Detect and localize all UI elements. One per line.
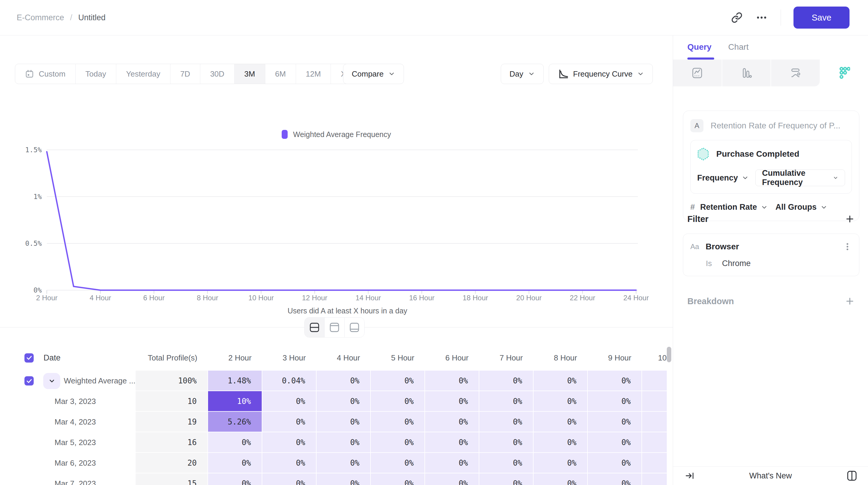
value-cell: 0%	[371, 412, 425, 432]
collapse-sidebar-icon[interactable]	[684, 471, 695, 481]
share-link-icon[interactable]	[731, 12, 743, 23]
chevron-down-icon	[528, 70, 535, 77]
total-profiles-cell: 10	[135, 391, 208, 412]
tab-query[interactable]: Query	[687, 42, 712, 52]
save-button[interactable]: Save	[794, 6, 849, 29]
value-cell: 0%	[371, 453, 425, 474]
query-sidebar: Query Chart A Retention Rate of Frequenc…	[673, 35, 868, 485]
value-cell: 0%	[479, 391, 533, 412]
report-type-frequency[interactable]	[820, 60, 868, 87]
date-cell: Mar 4, 2023	[0, 412, 135, 432]
x-axis-title: Users did A at least X hours in a day	[288, 306, 407, 315]
frequency-dots-icon	[838, 66, 850, 79]
metric-dropdown[interactable]: Retention Rate	[700, 202, 768, 212]
range-button-12m[interactable]: 12M	[296, 64, 331, 84]
row-checkbox[interactable]	[25, 376, 34, 386]
breadcrumb: E-Commerce / Untitled	[17, 0, 105, 35]
value-cell: 0%	[371, 391, 425, 412]
table-vertical-scrollbar[interactable]	[667, 347, 671, 362]
breadcrumb-project[interactable]: E-Commerce	[17, 13, 64, 22]
header-9-hour[interactable]: 9 Hour	[588, 353, 642, 362]
range-button-custom[interactable]: Custom	[15, 64, 76, 84]
add-breakdown-button[interactable]	[845, 296, 855, 306]
value-cell: 0%	[371, 432, 425, 453]
filter-menu-icon[interactable]	[843, 241, 852, 252]
x-axis-label: 18 Hour	[463, 294, 488, 302]
report-type-funnels[interactable]	[722, 60, 771, 87]
range-button-30d[interactable]: 30D	[200, 64, 235, 84]
range-button-7d[interactable]: 7D	[170, 64, 200, 84]
view-type-button[interactable]: Frequency Curve	[549, 64, 653, 84]
frequency-curve-icon	[557, 68, 569, 79]
value-cell: 0%	[262, 432, 316, 453]
event-row: Purchase Completed	[697, 148, 845, 161]
range-button-6m[interactable]: 6M	[265, 64, 296, 84]
add-filter-button[interactable]	[845, 214, 855, 224]
filter-value[interactable]: Chrome	[722, 259, 750, 268]
filter-property-row: Aa Browser	[690, 241, 852, 252]
value-cell: 0%	[371, 370, 425, 391]
value-cell: 0%	[588, 412, 642, 432]
range-button-3m[interactable]: 3M	[235, 64, 265, 84]
value-cell: 0%	[208, 432, 262, 453]
value-cell: 0%	[425, 391, 479, 412]
header-4-hour[interactable]: 4 Hour	[316, 353, 371, 362]
compare-button[interactable]: Compare	[343, 64, 404, 84]
event-card[interactable]: Purchase Completed Frequency Cumulative …	[690, 140, 852, 194]
x-axis-label: 4 Hour	[90, 294, 111, 302]
value-cell: 0%	[316, 474, 371, 485]
value-cell: 0%	[588, 391, 642, 412]
layout-split-view-button[interactable]	[305, 318, 324, 337]
header-10-hour[interactable]: 10 Hour	[642, 353, 667, 362]
range-label: 7D	[180, 69, 190, 79]
value-cell	[642, 474, 667, 485]
x-axis-label: 12 Hour	[302, 294, 327, 302]
range-button-yesterday[interactable]: Yesterday	[116, 64, 170, 84]
chart-canvas: 0%0.5%1%1.5%2 Hour4 Hour6 Hour8 Hour10 H…	[0, 136, 673, 333]
sidebar-footer: What's New	[673, 466, 868, 485]
active-tab-underline	[687, 58, 714, 60]
header-5-hour[interactable]: 5 Hour	[371, 353, 425, 362]
header-7-hour[interactable]: 7 Hour	[479, 353, 533, 362]
report-content: CustomTodayYesterday7D30D3M6M12MXTD Comp…	[0, 35, 673, 485]
value-cell: 0%	[316, 391, 371, 412]
header-8-hour[interactable]: 8 Hour	[533, 353, 588, 362]
value-cell: 0.04%	[262, 370, 316, 391]
header-3-hour[interactable]: 3 Hour	[262, 353, 316, 362]
x-axis-label: 2 Hour	[36, 294, 58, 302]
frequency-chart: 0%0.5%1%1.5%2 Hour4 Hour6 Hour8 Hour10 H…	[0, 136, 673, 333]
report-type-insights[interactable]	[673, 60, 722, 87]
report-type-flows[interactable]	[771, 60, 820, 87]
value-cell: 0%	[262, 453, 316, 474]
total-profiles-cell: 20	[135, 453, 208, 474]
layout-chart-only-button[interactable]	[324, 318, 345, 337]
filter-card[interactable]: Aa Browser Is Chrome	[683, 233, 859, 276]
insights-icon	[691, 67, 703, 79]
expand-row-button[interactable]	[43, 373, 60, 389]
table-header-row: DateTotal Profile(s)2 Hour3 Hour4 Hour5 …	[0, 345, 667, 370]
range-button-today[interactable]: Today	[76, 64, 116, 84]
property-type-icon: Aa	[690, 243, 699, 251]
filter-section-header: Filter	[687, 214, 855, 224]
more-options-icon[interactable]	[755, 11, 768, 24]
tab-chart[interactable]: Chart	[728, 42, 748, 52]
header-2-hour[interactable]: 2 Hour	[208, 353, 262, 362]
view-type-label: Frequency Curve	[573, 69, 632, 79]
groups-dropdown-label: All Groups	[776, 202, 817, 212]
filter-operator[interactable]: Is	[706, 259, 712, 268]
whats-new-link[interactable]: What's New	[673, 471, 868, 481]
cumulative-frequency-dropdown[interactable]: Cumulative Frequency	[755, 169, 845, 186]
date-cell: Mar 5, 2023	[0, 432, 135, 453]
granularity-button[interactable]: Day	[501, 64, 544, 84]
groups-dropdown[interactable]: All Groups	[776, 202, 828, 212]
header-total-profile-s-[interactable]: Total Profile(s)	[135, 353, 208, 362]
layout-table-only-button[interactable]	[345, 318, 364, 337]
breadcrumb-title[interactable]: Untitled	[79, 13, 106, 22]
date-cell: Mar 7, 2023	[0, 474, 135, 485]
header-6-hour[interactable]: 6 Hour	[425, 353, 479, 362]
select-all-checkbox[interactable]	[25, 353, 34, 362]
frequency-dropdown[interactable]: Frequency	[697, 173, 749, 183]
panel-layout-icon[interactable]	[846, 470, 858, 482]
total-profiles-cell: 100%	[135, 370, 208, 391]
value-cell	[642, 391, 667, 412]
